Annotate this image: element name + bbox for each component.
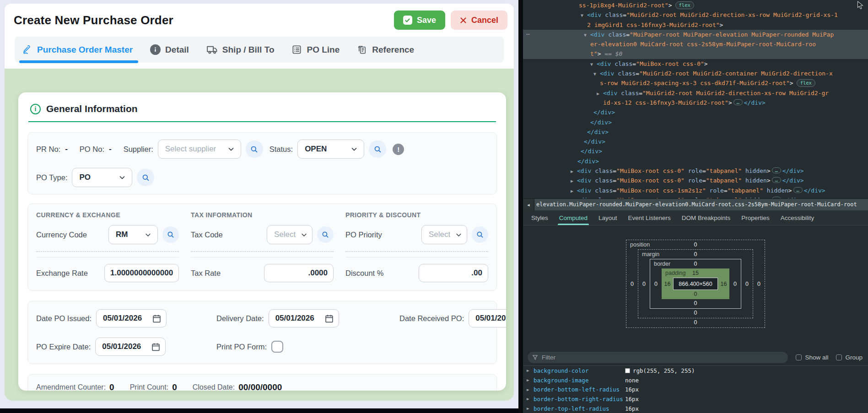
- expand-dots-icon[interactable]: …: [772, 177, 781, 183]
- tax-code-select[interactable]: Select: [267, 225, 313, 244]
- expand-dots-icon[interactable]: …: [733, 99, 743, 105]
- flex-badge[interactable]: flex: [675, 1, 694, 9]
- tax-rate-input[interactable]: .0000: [264, 264, 334, 282]
- supplier-select[interactable]: Select supplier: [158, 139, 241, 159]
- supplier-search-button[interactable]: [246, 140, 263, 158]
- box-model-padding-layer[interactable]: padding 15 16 866.400×560 16 0: [662, 268, 729, 299]
- priority-search-button[interactable]: [472, 226, 488, 243]
- form-tabbar: Purchase Order Master Detail Ship / Bill…: [15, 37, 504, 63]
- breadcrumb-back-arrow[interactable]: ◀: [523, 199, 534, 211]
- box-model-margin-layer[interactable]: margin 0 0 border 0 0: [638, 249, 753, 318]
- expand-arrow-icon[interactable]: ▶: [527, 368, 534, 373]
- show-all-checkbox[interactable]: [796, 354, 802, 360]
- code-token: >: [669, 2, 672, 9]
- flex-badge[interactable]: flex: [797, 79, 815, 87]
- box-model-border-layer[interactable]: border 0 0 padding 15: [650, 259, 741, 309]
- devtools-tab-accessibility[interactable]: Accessibility: [775, 210, 820, 225]
- po-expire-field: PO Expire Date: 05/01/2026: [36, 338, 216, 356]
- expand-arrow-icon[interactable]: ▶: [527, 397, 534, 401]
- tab-purchase-order-master[interactable]: Purchase Order Master: [22, 37, 133, 63]
- date-received-input[interactable]: 05/01/2026: [469, 309, 506, 327]
- dom-tree-line[interactable]: …▼<div class="MuiPaper-root MuiPaper-ele…: [523, 30, 868, 39]
- po-priority-select[interactable]: Select: [421, 225, 467, 244]
- calendar-icon[interactable]: [324, 314, 334, 323]
- expand-arrow-icon[interactable]: ▶: [527, 378, 534, 382]
- more-actions-dots[interactable]: …: [526, 28, 530, 38]
- currency-search-button[interactable]: [162, 226, 179, 243]
- dom-tree-line[interactable]: s-row MuiGrid2-spacing-xs-3 css-dkd71f-M…: [523, 78, 868, 88]
- tree-arrow[interactable]: ▼: [590, 59, 597, 69]
- tree-arrow[interactable]: ▶: [571, 186, 577, 196]
- tab-po-line[interactable]: PO Line: [291, 37, 340, 63]
- dom-tree-line[interactable]: ▼<div class="MuiGrid2-root MuiGrid2-cont…: [523, 69, 868, 78]
- chevron-down-icon: [455, 231, 463, 239]
- devtools-tab-layout[interactable]: Layout: [593, 210, 623, 225]
- cancel-button[interactable]: Cancel: [451, 11, 507, 30]
- box-model-content[interactable]: 866.400×560: [673, 278, 718, 290]
- expand-dots-icon[interactable]: …: [772, 167, 781, 173]
- dom-tree-line[interactable]: ss-1pi8xg4-MuiGrid2-root">flex: [523, 0, 868, 10]
- tree-arrow[interactable]: ▶: [571, 176, 577, 186]
- tree-arrow[interactable]: ▼: [593, 69, 600, 79]
- save-button[interactable]: Save: [394, 11, 445, 30]
- code-token: </div>: [593, 109, 615, 116]
- expand-dots-icon[interactable]: …: [793, 187, 803, 193]
- expand-arrow-icon[interactable]: ▶: [527, 387, 534, 392]
- breadcrumb[interactable]: elevation.MuiPaper-rounded.MuiPaper-elev…: [536, 199, 867, 211]
- property-value-text: 16px: [625, 405, 639, 412]
- code-token: "MuiPaper-root MuiPaper-elevation MuiPap…: [630, 31, 834, 38]
- tree-arrow[interactable]: ▶: [571, 166, 577, 176]
- tax-search-button[interactable]: [317, 226, 334, 243]
- code-token: =: [724, 187, 728, 194]
- dom-tree-line[interactable]: </div>: [523, 137, 868, 146]
- expand-arrow-icon[interactable]: ▶: [527, 406, 534, 411]
- discount-input[interactable]: .00: [419, 264, 488, 282]
- po-type-search-button[interactable]: [137, 169, 154, 186]
- dom-tree-line[interactable]: </div>: [523, 146, 868, 156]
- padding-top-value: 15: [662, 270, 729, 276]
- dom-tree-line[interactable]: </div>: [523, 156, 868, 166]
- devtools-tab-dom-breakpoints[interactable]: DOM Breakpoints: [676, 210, 736, 225]
- devtools-tab-event-listeners[interactable]: Event Listeners: [623, 210, 676, 225]
- dom-tree-line[interactable]: ▼<div class="MuiBox-root css-0">: [523, 59, 868, 69]
- tab-ship-bill-to[interactable]: Ship / Bill To: [206, 37, 275, 63]
- dom-tree-line[interactable]: ▶<div class="MuiBox-root css-0" role="ta…: [523, 195, 868, 198]
- calendar-icon[interactable]: [152, 314, 162, 323]
- computed-property-row: ▶border-top-left-radius16px: [523, 404, 868, 413]
- exchange-rate-input[interactable]: 1.0000000000000: [104, 264, 179, 282]
- dom-tree-line[interactable]: </div>: [523, 118, 868, 127]
- code-token: class: [591, 167, 613, 174]
- dom-tree-line[interactable]: ▶<div class="MuiGrid2-root MuiGrid2-dire…: [523, 88, 868, 98]
- dom-tree-line[interactable]: t"> == $0: [523, 49, 868, 59]
- po-expire-input[interactable]: 05/01/2026: [95, 338, 166, 356]
- dom-tree-line[interactable]: </div>: [523, 127, 868, 137]
- group-checkbox[interactable]: [836, 354, 842, 360]
- dom-tree-line[interactable]: er-elevation0 MuiCard-root css-2s58ym-Mu…: [523, 39, 868, 49]
- dom-tree-line[interactable]: ▼<div class="MuiGrid2-root MuiGrid2-dire…: [523, 10, 868, 20]
- status-search-button[interactable]: [369, 140, 386, 158]
- dom-tree-line[interactable]: ▶<div class="MuiBox-root css-0" role="ta…: [523, 166, 868, 176]
- delivery-date-input[interactable]: 05/01/2026: [269, 309, 339, 327]
- tree-arrow[interactable]: ▶: [597, 89, 603, 98]
- dom-tree-line[interactable]: ▶<div class="MuiBox-root css-0" role="ta…: [523, 176, 868, 185]
- tab-reference[interactable]: Reference: [357, 37, 414, 63]
- dom-tree-line[interactable]: 2 imgGird1 css-16fnxy3-MuiGrid2-root">: [523, 20, 868, 30]
- dom-tree-line[interactable]: </div>: [523, 107, 868, 117]
- currency-code-select[interactable]: RM: [108, 225, 158, 244]
- box-model-position-layer[interactable]: position 0 0 margin 0 0 border 0: [626, 240, 765, 328]
- calendar-icon[interactable]: [151, 342, 161, 352]
- tab-detail[interactable]: Detail: [150, 37, 189, 63]
- tree-arrow[interactable]: ▼: [581, 11, 587, 20]
- print-po-form-checkbox[interactable]: [271, 341, 283, 353]
- tree-arrow[interactable]: ▼: [584, 30, 590, 40]
- devtools-tab-computed[interactable]: Computed: [554, 210, 593, 225]
- status-select[interactable]: OPEN: [297, 139, 364, 159]
- devtools-tab-properties[interactable]: Properties: [736, 210, 775, 225]
- po-type-select[interactable]: PO: [72, 168, 132, 187]
- dom-tree-line[interactable]: id-xs-12 css-16fnxy3-MuiGrid2-root">…</d…: [523, 98, 868, 107]
- dom-tree-line[interactable]: ▶<div class="MuiBox-root css-1sm2s1z" ro…: [523, 186, 868, 195]
- code-token: class: [601, 11, 623, 18]
- filter-input[interactable]: [542, 354, 783, 361]
- devtools-tab-styles[interactable]: Styles: [526, 210, 554, 225]
- date-po-issued-input[interactable]: 05/01/2026: [96, 309, 167, 327]
